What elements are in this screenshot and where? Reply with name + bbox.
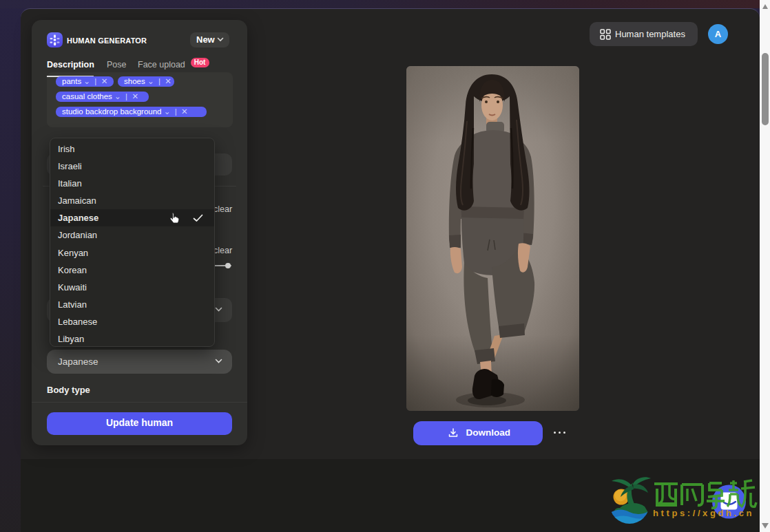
svg-text:https://xgdh.cn: https://xgdh.cn: [653, 508, 754, 518]
